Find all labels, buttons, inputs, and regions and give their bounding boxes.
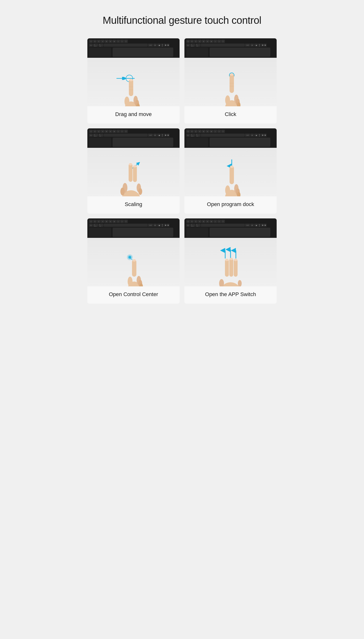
svg-text:<: < xyxy=(215,221,216,222)
svg-text:N: N xyxy=(110,221,111,222)
svg-text:Z: Z xyxy=(188,221,188,222)
svg-text:N: N xyxy=(110,131,111,132)
svg-text:>: > xyxy=(219,41,220,42)
svg-point-54 xyxy=(124,96,129,106)
page-wrapper: Multifunctional gesture touch control Z … xyxy=(80,0,284,318)
gesture-label-control-center: Open Control Center xyxy=(87,286,180,304)
svg-text:Z: Z xyxy=(188,41,188,42)
keyboard-illustration-1: Z X C V B N M < > ? fn alt option xyxy=(87,38,180,58)
svg-point-220 xyxy=(230,166,234,168)
svg-text:✦: ✦ xyxy=(252,44,253,46)
svg-rect-276 xyxy=(132,260,136,277)
svg-point-53 xyxy=(129,79,133,81)
svg-text:>: > xyxy=(219,221,220,222)
svg-text:fn: fn xyxy=(90,45,92,46)
svg-text:N: N xyxy=(110,41,111,42)
svg-text:C: C xyxy=(98,41,100,42)
svg-text:V: V xyxy=(199,41,200,42)
svg-text:fn: fn xyxy=(188,225,188,226)
svg-rect-335 xyxy=(229,258,233,277)
svg-rect-45 xyxy=(112,48,173,57)
svg-point-278 xyxy=(128,277,132,286)
keyboard-illustration-2: Z X C V B N M < > ? fn alt option xyxy=(184,38,277,58)
svg-text:option: option xyxy=(94,46,96,46)
svg-point-169 xyxy=(120,188,125,195)
svg-text:▼: ▼ xyxy=(162,135,163,137)
svg-text:▼: ▼ xyxy=(162,45,163,46)
gesture-card-scaling: Z X C V B N M < > ? fn alt option xyxy=(87,128,180,214)
svg-text:<: < xyxy=(215,131,216,132)
svg-rect-102 xyxy=(186,48,208,57)
svg-point-340 xyxy=(238,280,242,286)
keyboard-illustration-6: Z X C V B N M < > ? fn alt option xyxy=(184,218,277,238)
svg-text:<: < xyxy=(215,41,216,42)
svg-rect-158 xyxy=(89,138,111,147)
svg-text:C: C xyxy=(195,41,196,42)
svg-text:N: N xyxy=(207,41,208,42)
hand-area-scaling xyxy=(87,148,180,196)
svg-text:fn: fn xyxy=(188,135,188,136)
svg-text:cmd: cmd xyxy=(99,46,101,46)
svg-rect-159 xyxy=(112,138,173,147)
svg-point-163 xyxy=(129,163,132,166)
svg-text:B: B xyxy=(106,131,107,132)
hand-svg-drag xyxy=(87,58,180,106)
svg-text:V: V xyxy=(102,221,103,222)
svg-text:cmd: cmd xyxy=(99,136,101,137)
svg-text:cmd: cmd xyxy=(246,224,249,226)
svg-text:Z: Z xyxy=(90,41,92,42)
svg-rect-269 xyxy=(89,228,111,237)
svg-text:▼: ▼ xyxy=(259,135,260,137)
svg-text:cmd: cmd xyxy=(149,134,152,136)
svg-text:X: X xyxy=(94,131,95,132)
svg-rect-87 xyxy=(201,44,244,46)
svg-point-339 xyxy=(219,279,224,286)
svg-text:Z: Z xyxy=(188,131,188,132)
svg-text:✦: ✦ xyxy=(154,44,156,46)
svg-point-277 xyxy=(132,259,136,262)
svg-text:>: > xyxy=(122,131,122,132)
svg-point-110 xyxy=(225,96,230,105)
gesture-card-open-program-dock: Z X C V B N M < > ? fn alt option xyxy=(184,128,277,214)
svg-text:✦: ✦ xyxy=(154,224,156,226)
gesture-label-app-switch: Open the APP Switch xyxy=(184,286,277,304)
hand-svg-click xyxy=(184,58,277,106)
svg-rect-327 xyxy=(210,228,270,237)
svg-rect-29 xyxy=(104,44,148,46)
svg-text:cmd: cmd xyxy=(246,134,249,136)
svg-text:>: > xyxy=(122,41,122,42)
svg-text:>: > xyxy=(219,131,220,132)
svg-point-165 xyxy=(133,165,136,168)
svg-rect-219 xyxy=(230,166,234,184)
svg-text:cmd: cmd xyxy=(99,226,101,227)
gesture-label-click: Click xyxy=(184,106,277,124)
svg-rect-333 xyxy=(225,259,229,277)
svg-text:>: > xyxy=(122,221,122,222)
svg-text:cmd: cmd xyxy=(196,46,198,46)
keyboard-illustration-3: Z X C V B N M < > ? fn alt option xyxy=(87,128,180,148)
hand-svg-scaling xyxy=(87,148,180,196)
hand-svg-app-switch xyxy=(184,238,277,286)
svg-text:▼: ▼ xyxy=(259,45,260,46)
hand-area-click xyxy=(184,58,277,106)
svg-text:fn: fn xyxy=(188,45,188,46)
svg-text:C: C xyxy=(98,131,100,132)
svg-text:▼: ▼ xyxy=(162,225,163,227)
gesture-label-scaling: Scaling xyxy=(87,196,180,214)
svg-rect-162 xyxy=(128,164,132,182)
keyboard-illustration-4: Z X C V B N M < > ? fn alt option xyxy=(184,128,277,148)
svg-text:M: M xyxy=(114,41,115,42)
hand-area-app-switch xyxy=(184,238,277,286)
svg-rect-164 xyxy=(133,166,137,182)
svg-text:M: M xyxy=(211,41,212,42)
hand-svg-dock xyxy=(184,148,277,196)
svg-text:cmd: cmd xyxy=(149,44,152,46)
svg-text:▼: ▼ xyxy=(259,225,260,227)
svg-text:<: < xyxy=(118,41,119,42)
svg-text:<: < xyxy=(118,221,119,222)
svg-text:X: X xyxy=(192,41,192,42)
keyboard-illustration-5: Z X C V B N M < > ? fn alt option xyxy=(87,218,180,238)
svg-point-168 xyxy=(138,188,142,195)
svg-text:<: < xyxy=(118,131,119,132)
hand-area-drag xyxy=(87,58,180,106)
